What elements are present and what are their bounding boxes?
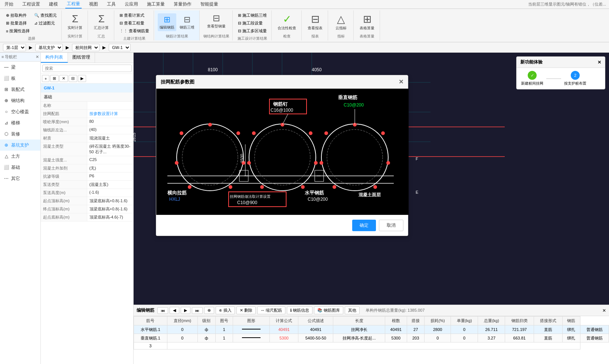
ribbon-group-report: ⊟ 查看报表 报表 (302, 10, 328, 40)
btn-add-component[interactable]: + (42, 75, 49, 82)
col-formula: 计算公式 (270, 317, 298, 325)
btn-rebar-lib[interactable]: 📚 钢筋图库 (314, 306, 343, 314)
svg-point-45 (324, 131, 328, 135)
menu-project-settings[interactable]: 工程设置 (21, 0, 42, 8)
sidebar-item-prefab[interactable]: ⊞ 装配式 (0, 84, 40, 95)
menu-modeling[interactable]: 建模 (48, 0, 59, 8)
btn-summary-calc[interactable]: Σ 汇总计算 (92, 12, 111, 31)
menu-tools[interactable]: 工具 (105, 0, 117, 8)
btn-view-rebar-qty[interactable]: ⋮⋮ 查看钢筋量 (118, 27, 151, 35)
menu-construction[interactable]: 施工算量 (145, 0, 166, 8)
sidebar-item-beam[interactable]: — 梁 (0, 62, 40, 73)
bottom-panel-close-btn[interactable]: ✕ (602, 308, 606, 313)
btn-delete-rebar[interactable]: ✕ 删除 (236, 306, 256, 314)
btn-rebar-3d[interactable]: ⊟ 钢筋三维 (178, 13, 196, 31)
menu-view[interactable]: 视图 (88, 0, 99, 8)
btn-batch-select[interactable]: ⊞ 批量选择 (4, 20, 31, 27)
rebar-qty-icon: ⋮⋮ (119, 29, 128, 33)
table-row-vertical[interactable]: 垂直钢筋.1 0 ф 1 5300 5400-50-50 挂网净高-长度起...… (134, 334, 609, 342)
btn-nav-first[interactable]: ⏮ (157, 307, 168, 314)
menu-smart[interactable]: 智能提量 (199, 0, 220, 8)
dialog-confirm-btn[interactable]: 确定 (352, 220, 376, 231)
btn-table-calc[interactable]: ⊞ 表格算量 (357, 12, 377, 32)
sidebar-item-slab[interactable]: ⬜ 板 (0, 73, 40, 84)
dialog-cancel-btn[interactable]: 取消 (379, 220, 403, 231)
ribbon-label-select: 选择 (28, 35, 35, 41)
svg-text:挂网钢筋做法取计算设置: 挂网钢筋做法取计算设置 (230, 194, 271, 199)
breadcrumb-layer[interactable]: 第-1层 (3, 44, 26, 51)
btn-validity-check[interactable]: ✓ 合法性检查 (275, 12, 298, 32)
btn-scale-rebar[interactable]: ↔ 缩尺配筋 (257, 306, 285, 314)
svg-point-37 (252, 131, 256, 135)
sidebar-item-foundation[interactable]: ⬜ 基础 (0, 162, 40, 173)
sidebar-item-steel-struct[interactable]: ⊕ 钢结构 (0, 95, 40, 106)
btn-insert-rebar[interactable]: ⊕ 插入 (216, 306, 235, 314)
left-sidebar: ≡ 导航栏 ✕ — 梁 ⬜ 板 ⊞ 装配式 ⊕ 钢结构 ○ 空心楼盖 ⊿ 楼梯 … (0, 53, 41, 364)
cell-length-1: 40491 (385, 325, 407, 334)
btn-view-engineering[interactable]: ⊟ 查看工程量 (118, 20, 151, 27)
table-row-3[interactable]: 3 (134, 342, 609, 350)
breadcrumb-element[interactable]: GW-1 (109, 44, 131, 51)
svg-point-26 (229, 185, 232, 189)
sidebar-item-pit[interactable]: ⊕ 基坑支护 (0, 140, 40, 151)
new-feature-close[interactable]: ✕ (597, 60, 601, 65)
sidebar-item-hollow[interactable]: ○ 空心楼盖 (0, 106, 40, 117)
table-row-horizontal[interactable]: 水平钢筋.1 0 ф 1 40491 40491 挂网净长 40491 27 2… (134, 325, 609, 334)
step-2: 2 按支护桩布置 (564, 71, 586, 86)
btn-construction-3d[interactable]: ⊞ 施工钢筋三维 (236, 12, 268, 19)
btn-pick-element[interactable]: ⊕ 拾取构件 (4, 12, 31, 19)
btn-multi-region[interactable]: ⊟ 施工多区域量 (236, 27, 268, 35)
prop-concrete-thick: 喷砼厚度(mm) 80 (41, 118, 133, 126)
sidebar-item-decoration[interactable]: ⬡ 装修 (0, 128, 40, 140)
ribbon-label-summary: 汇总 (98, 32, 105, 39)
btn-nav-prev[interactable]: ◀ (170, 307, 179, 314)
btn-add-rebar[interactable]: ⊕ (204, 307, 214, 314)
sidebar-item-earthwork[interactable]: △ 土方 (0, 151, 40, 162)
btn-find-element[interactable]: 🔍 查找图元 (33, 12, 58, 19)
btn-delete-component[interactable]: ✕ (59, 75, 68, 82)
btn-cloud-index[interactable]: △ 云指标 (332, 12, 350, 32)
prop-rebar-config[interactable]: 挂网配筋 按参数设置计算 (41, 110, 133, 118)
batch-select-icon: ⊞ (6, 21, 9, 26)
filter-icon: ⊿ (34, 21, 37, 26)
sidebar-collapse-btn[interactable]: ✕ (36, 55, 39, 59)
check-icon: ✓ (283, 13, 291, 25)
search-input[interactable] (42, 65, 132, 72)
btn-filter-element[interactable]: ⊿ 过滤图元 (33, 20, 58, 27)
component-list-item-gw1[interactable]: GW-1 (41, 83, 133, 93)
btn-view-steel[interactable]: ⊟ 查看型钢量 (205, 12, 228, 30)
btn-view-report[interactable]: ⊟ 查看报表 (305, 12, 325, 32)
btn-copy-component[interactable]: ⊞ (50, 75, 59, 82)
cell-id-2: 垂直钢筋.1 (134, 334, 167, 342)
dialog-close-btn[interactable]: ✕ (399, 78, 403, 85)
breadcrumb-category[interactable]: 基坑支护 (35, 44, 63, 51)
breadcrumb-type[interactable]: 桩间挂网 (72, 44, 99, 51)
btn-prop-select[interactable]: ≡ 按属性选择 (4, 27, 31, 35)
svg-point-44 (320, 161, 323, 165)
btn-nav-last[interactable]: ⏭ (192, 307, 203, 314)
btn-rebar-info[interactable]: ℹ 钢筋信息 (287, 306, 312, 314)
btn-edit-rebar[interactable]: ⊞ 编辑钢筋 (158, 13, 176, 31)
btn-view-formula[interactable]: ⊞ 查看计算式 (118, 12, 151, 19)
ribbon-group-summary: Σ 汇总计算 汇总 (89, 10, 114, 40)
tab-component-list[interactable]: 构件列表 (41, 53, 68, 63)
cell-diam-2: 0 (167, 334, 197, 342)
menu-collaboration[interactable]: 算量协作 (172, 0, 193, 8)
foundation-icon: ⬜ (3, 164, 10, 171)
sidebar-item-stair[interactable]: ⊿ 楼梯 (0, 117, 40, 128)
btn-realtime-calc[interactable]: Σ 实时计算 (65, 12, 85, 31)
menu-cloud[interactable]: 云应用 (123, 0, 140, 8)
menu-start[interactable]: 开始 (3, 0, 15, 8)
btn-more[interactable]: ▶ (78, 75, 86, 82)
btn-nav-next[interactable]: ▶ (181, 307, 190, 314)
rebar-table-container[interactable]: 筋号 直径(mm) 级别 图号 图形 计算公式 公式描述 长度 根数 搭接 损耗… (134, 316, 609, 361)
btn-construction-qty[interactable]: ⊟ 施工段设量 (236, 20, 268, 27)
menu-engineering[interactable]: 工程量 (65, 0, 82, 9)
cell-level-2: ф (198, 334, 215, 342)
tab-drawing-mgmt[interactable]: 图纸管理 (68, 53, 95, 63)
btn-other[interactable]: 其他 (345, 306, 360, 314)
btn-copy2[interactable]: ⊟ (69, 75, 77, 82)
svg-text:C10@900: C10@900 (237, 200, 258, 205)
cell-level-1: ф (198, 325, 215, 334)
sidebar-item-other[interactable]: ⋯ 其它 (0, 173, 40, 184)
